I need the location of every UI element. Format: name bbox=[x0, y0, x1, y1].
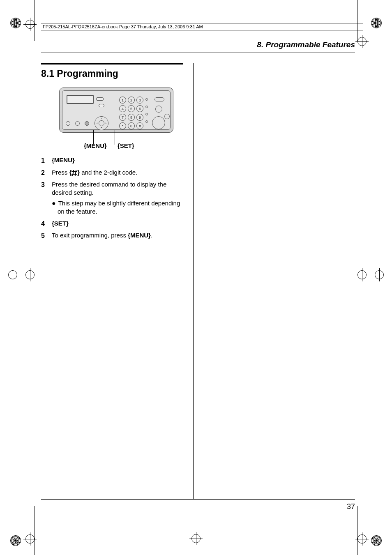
book-info-header: FP205-215AL-PFQX2516ZA-en.book Page 37 T… bbox=[41, 23, 363, 30]
running-head: 8. Programmable Features bbox=[257, 40, 355, 49]
page-frame: 8. Programmable Features 8.1 Programming bbox=[41, 40, 355, 500]
keypad-icon: 1 2 3 4 5 6 7 8 9 * 0 # bbox=[119, 97, 143, 129]
step-4: 4 {SET} bbox=[41, 219, 183, 228]
hash-icon bbox=[71, 170, 77, 175]
diagram-label-menu: {MENU} bbox=[84, 142, 107, 149]
steps-list: 1 {MENU} 2 Press {} and the 2-digit code… bbox=[41, 156, 183, 244]
device-diagram: 1 2 3 4 5 6 7 8 9 * 0 # bbox=[59, 88, 174, 133]
step-3: 3 Press the desired command to display t… bbox=[41, 180, 183, 216]
navpad-icon bbox=[95, 116, 108, 130]
section-rule bbox=[41, 63, 183, 64]
section-title: 8.1 Programming bbox=[41, 68, 118, 79]
lcd-icon bbox=[67, 95, 94, 104]
step-5: 5 To exit programming, press {MENU}. bbox=[41, 231, 183, 240]
diagram-label-set: {SET} bbox=[118, 142, 134, 149]
column-divider bbox=[193, 63, 194, 500]
step-2: 2 Press {} and the 2-digit code. bbox=[41, 168, 183, 177]
page-number: 37 bbox=[347, 502, 355, 511]
header-rule bbox=[41, 53, 355, 53]
step-1: 1 {MENU} bbox=[41, 156, 183, 165]
footer-rule bbox=[41, 499, 355, 500]
